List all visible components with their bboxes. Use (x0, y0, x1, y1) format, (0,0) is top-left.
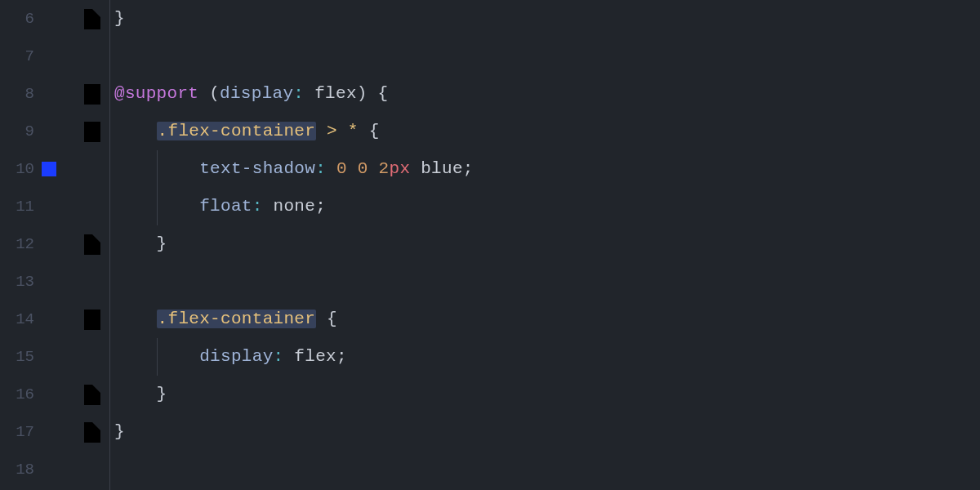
line-number: 11 (0, 188, 34, 225)
code-line[interactable]: 8 @support (display: flex) { (0, 75, 980, 113)
code-content[interactable]: float: none; (105, 188, 980, 225)
code-content[interactable]: .flex-container > * { (105, 113, 980, 150)
code-line[interactable]: 18 (0, 451, 980, 488)
fold-gutter[interactable] (80, 418, 105, 447)
code-line[interactable]: 7 (0, 38, 980, 75)
fold-gutter[interactable] (80, 118, 105, 146)
code-line[interactable]: 16 } (0, 376, 980, 413)
code-line[interactable]: 6 } (0, 0, 980, 38)
code-content[interactable]: } (105, 413, 980, 451)
line-number: 6 (0, 0, 34, 38)
fold-gutter[interactable] (80, 80, 105, 109)
code-line[interactable]: 11 float: none; (0, 188, 980, 225)
line-number: 13 (0, 263, 34, 301)
fold-gutter[interactable] (80, 230, 105, 259)
line-number: 15 (0, 338, 34, 376)
fold-close-icon[interactable] (80, 5, 105, 33)
line-number: 9 (0, 113, 34, 150)
fold-gutter[interactable] (80, 5, 105, 33)
fold-open-icon[interactable] (80, 305, 105, 334)
code-line[interactable]: 17 } (0, 413, 980, 451)
code-line[interactable]: 9 .flex-container > * { (0, 113, 980, 150)
line-number: 18 (0, 451, 34, 488)
code-line[interactable]: 10 text-shadow: 0 0 2px blue; (0, 150, 980, 188)
line-number: 14 (0, 301, 34, 338)
code-content[interactable]: } (105, 376, 980, 413)
code-line[interactable]: 13 (0, 263, 980, 301)
fold-open-icon[interactable] (80, 118, 105, 146)
line-number: 8 (0, 75, 34, 113)
code-content[interactable]: } (105, 0, 980, 38)
marker-gutter[interactable] (34, 162, 64, 176)
fold-close-icon[interactable] (80, 381, 105, 409)
line-number: 12 (0, 225, 34, 263)
fold-gutter[interactable] (80, 305, 105, 334)
code-content[interactable]: .flex-container { (105, 301, 980, 338)
code-content[interactable]: text-shadow: 0 0 2px blue; (105, 150, 980, 188)
line-number: 17 (0, 413, 34, 451)
fold-gutter[interactable] (80, 381, 105, 409)
indent-vertical-guide (109, 0, 110, 490)
line-number: 10 (0, 150, 34, 188)
gutter-marker-icon[interactable] (42, 162, 56, 176)
code-editor[interactable]: 6 } 7 8 @support (display: flex) { 9 .fl… (0, 0, 980, 490)
code-content[interactable]: display: flex; (105, 338, 980, 376)
fold-close-icon[interactable] (80, 230, 105, 259)
code-content[interactable]: @support (display: flex) { (105, 75, 980, 113)
fold-close-icon[interactable] (80, 418, 105, 447)
code-line[interactable]: 12 } (0, 225, 980, 263)
line-number: 7 (0, 38, 34, 75)
code-line[interactable]: 15 display: flex; (0, 338, 980, 376)
code-content[interactable]: } (105, 225, 980, 263)
fold-open-icon[interactable] (80, 80, 105, 109)
line-number: 16 (0, 376, 34, 413)
code-line[interactable]: 14 .flex-container { (0, 301, 980, 338)
